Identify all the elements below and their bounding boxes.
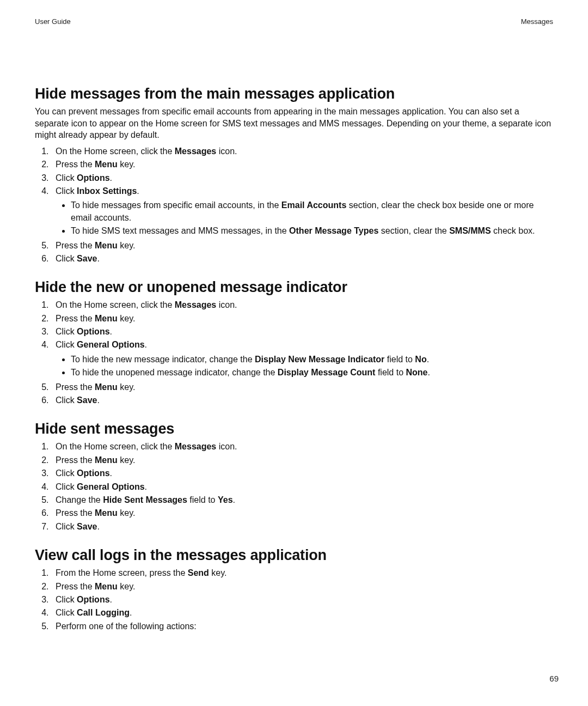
header-right: Messages (521, 17, 553, 26)
substeps-list: To hide the new message indicator, chang… (56, 354, 553, 379)
section-title-hide-sent: Hide sent messages (35, 421, 553, 437)
header-left: User Guide (35, 17, 71, 26)
section-title-view-call-logs: View call logs in the messages applicati… (35, 547, 553, 564)
step-item: Click Save. (51, 253, 553, 265)
steps-list: On the Home screen, click the Messages i… (35, 299, 553, 406)
substep-item: To hide messages from specific email acc… (71, 199, 553, 224)
step-item: Click Call Logging. (51, 607, 553, 619)
step-item: On the Home screen, click the Messages i… (51, 145, 553, 157)
step-item: Click Save. (51, 394, 553, 406)
step-item: From the Home screen, press the Send key… (51, 567, 553, 579)
step-item: Press the Menu key. (51, 454, 553, 466)
substep-item: To hide the new message indicator, chang… (71, 354, 553, 366)
page-header: User Guide Messages (35, 17, 553, 26)
document-page: User Guide Messages Hide messages from t… (0, 0, 588, 706)
step-item: Click Save. (51, 521, 553, 533)
step-item: Perform one of the following actions: (51, 620, 553, 632)
section-title-hide-messages: Hide messages from the main messages app… (35, 86, 553, 102)
section-title-hide-indicator: Hide the new or unopened message indicat… (35, 279, 553, 296)
substeps-list: To hide messages from specific email acc… (56, 199, 553, 237)
step-item: Click General Options. (51, 481, 553, 493)
step-item: Click Options. (51, 594, 553, 606)
substep-item: To hide SMS text messages and MMS messag… (71, 225, 553, 237)
step-item: Click Options. (51, 326, 553, 338)
step-item: Press the Menu key. (51, 313, 553, 325)
step-item: On the Home screen, click the Messages i… (51, 299, 553, 311)
substep-item: To hide the unopened message indicator, … (71, 367, 553, 379)
step-item: Click Options. (51, 467, 553, 479)
step-item: Click Options. (51, 172, 553, 184)
step-item: Press the Menu key. (51, 240, 553, 252)
section-intro: You can prevent messages from specific e… (35, 106, 553, 141)
steps-list: On the Home screen, click the Messages i… (35, 441, 553, 533)
step-item: Click Inbox Settings. To hide messages f… (51, 185, 553, 238)
step-item: Press the Menu key. (51, 581, 553, 593)
steps-list: On the Home screen, click the Messages i… (35, 145, 553, 265)
step-item: Change the Hide Sent Messages field to Y… (51, 494, 553, 506)
step-item: Press the Menu key. (51, 381, 553, 393)
step-item: Press the Menu key. (51, 507, 553, 519)
step-item: Click General Options. To hide the new m… (51, 339, 553, 379)
page-number: 69 (549, 674, 559, 683)
steps-list: From the Home screen, press the Send key… (35, 567, 553, 632)
step-item: On the Home screen, click the Messages i… (51, 441, 553, 453)
step-item: Press the Menu key. (51, 159, 553, 171)
